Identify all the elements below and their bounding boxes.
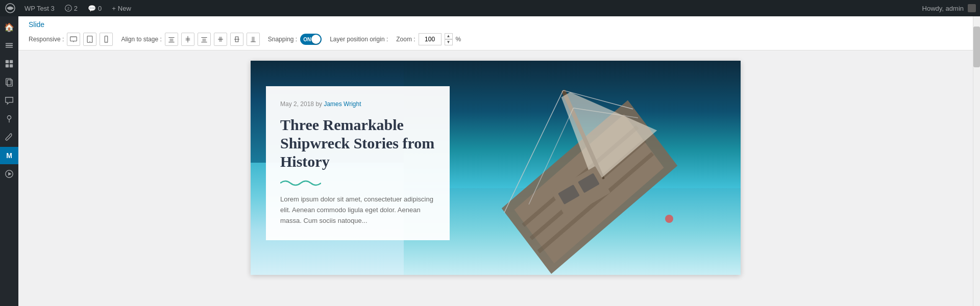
sidebar-comments-icon[interactable] <box>0 92 18 109</box>
new-item[interactable]: + New <box>110 5 133 12</box>
right-scrollbar <box>973 16 980 306</box>
post-date: May 2, 2018 <box>280 100 314 108</box>
responsive-label: Responsive : <box>29 36 64 43</box>
zoom-up-arrow[interactable]: ▲ <box>445 33 453 39</box>
snapping-toggle[interactable]: ON <box>300 34 322 45</box>
snapping-label: Snapping : <box>268 36 297 43</box>
toolbar: Responsive : Align to stage : <box>29 33 963 50</box>
zoom-label: Zoom : <box>396 36 415 43</box>
mobile-btn[interactable] <box>100 33 113 46</box>
sidebar-pages-icon[interactable] <box>0 73 18 91</box>
slide-content-box: May 2, 2018 by James Wright Three Remark… <box>266 86 450 240</box>
align-stage-label: Align to stage : <box>121 36 161 43</box>
sidebar-home-icon[interactable]: 🏠 <box>0 18 18 36</box>
zoom-arrows: ▲ ▼ <box>445 33 453 45</box>
align-middle-btn[interactable] <box>230 33 243 46</box>
svg-rect-9 <box>10 64 13 67</box>
post-meta: May 2, 2018 by James Wright <box>280 100 435 108</box>
layer-position-group: Layer position origin : <box>330 36 388 43</box>
toggle-thumb <box>311 35 321 44</box>
align-bottom-btn[interactable] <box>247 33 260 46</box>
slide-canvas: May 2, 2018 by James Wright Three Remark… <box>251 61 741 275</box>
svg-rect-27 <box>186 38 190 41</box>
svg-rect-32 <box>219 37 222 42</box>
updates-item[interactable]: 2 2 <box>63 5 80 12</box>
svg-point-20 <box>90 41 90 42</box>
svg-point-22 <box>106 41 107 42</box>
site-name[interactable]: WP Test 3 <box>22 5 57 12</box>
sidebar: 🏠 M <box>0 16 18 306</box>
align-stage-group: Align to stage : <box>121 33 259 46</box>
zoom-input[interactable] <box>419 33 442 45</box>
sidebar-plugin-icon[interactable]: M <box>0 147 18 164</box>
canvas-area: May 2, 2018 by James Wright Three Remark… <box>18 50 973 306</box>
slide-label[interactable]: Slide <box>29 20 963 29</box>
svg-rect-35 <box>252 37 255 42</box>
sidebar-media-icon[interactable] <box>0 165 18 183</box>
align-right-btn[interactable] <box>198 33 211 46</box>
sidebar-wrench-icon[interactable] <box>0 129 18 146</box>
zoom-unit: % <box>456 36 461 43</box>
svg-point-50 <box>665 215 673 223</box>
main-layout: 🏠 M Slide Re <box>0 16 980 306</box>
adminbar-right: Howdy, admin <box>922 4 976 12</box>
align-top-btn[interactable] <box>214 33 227 46</box>
zoom-group: Zoom : ▲ ▼ % <box>396 33 461 45</box>
zoom-down-arrow[interactable]: ▼ <box>445 39 453 45</box>
svg-rect-3 <box>6 43 13 44</box>
svg-rect-6 <box>6 60 9 63</box>
post-author[interactable]: James Wright <box>324 100 361 108</box>
layer-position-label: Layer position origin : <box>330 36 388 43</box>
post-divider <box>280 178 435 188</box>
align-left-btn[interactable] <box>165 33 178 46</box>
wp-logo[interactable] <box>4 2 16 14</box>
svg-rect-29 <box>202 39 206 42</box>
post-excerpt: Lorem ipsum dolor sit amet, consectetuer… <box>280 194 435 226</box>
content-area: Slide Responsive : A <box>18 16 973 306</box>
toggle-on-label: ON <box>303 37 311 42</box>
svg-rect-24 <box>169 39 173 42</box>
post-title: Three Remarkable Shipwreck Stories from … <box>280 116 435 171</box>
svg-rect-11 <box>7 80 12 87</box>
svg-rect-16 <box>70 37 77 41</box>
post-by: by <box>315 100 324 108</box>
howdy-text: Howdy, admin <box>922 5 964 12</box>
desktop-btn[interactable] <box>67 33 80 46</box>
tablet-btn[interactable] <box>83 33 96 46</box>
comments-item[interactable]: 💬 0 <box>86 5 104 12</box>
responsive-group: Responsive : <box>29 33 113 46</box>
admin-bar: WP Test 3 2 2 💬 0 + New Howdy, admin <box>0 0 980 16</box>
align-center-h-btn[interactable] <box>181 33 194 46</box>
svg-rect-7 <box>10 60 13 63</box>
editor-header: Slide Responsive : A <box>18 16 973 50</box>
admin-avatar <box>968 4 976 12</box>
sidebar-layers-icon[interactable] <box>0 37 18 54</box>
svg-text:2: 2 <box>67 7 69 10</box>
svg-rect-4 <box>6 45 13 46</box>
sidebar-grid-icon[interactable] <box>0 55 18 72</box>
svg-point-12 <box>7 116 11 119</box>
boat-image <box>404 61 741 275</box>
svg-rect-8 <box>6 64 9 67</box>
svg-rect-5 <box>6 47 13 48</box>
sidebar-pin-icon[interactable] <box>0 110 18 128</box>
scrollbar-thumb[interactable] <box>973 27 980 67</box>
svg-marker-15 <box>8 172 11 175</box>
svg-rect-10 <box>6 79 11 85</box>
snapping-group: Snapping : ON <box>268 34 322 45</box>
